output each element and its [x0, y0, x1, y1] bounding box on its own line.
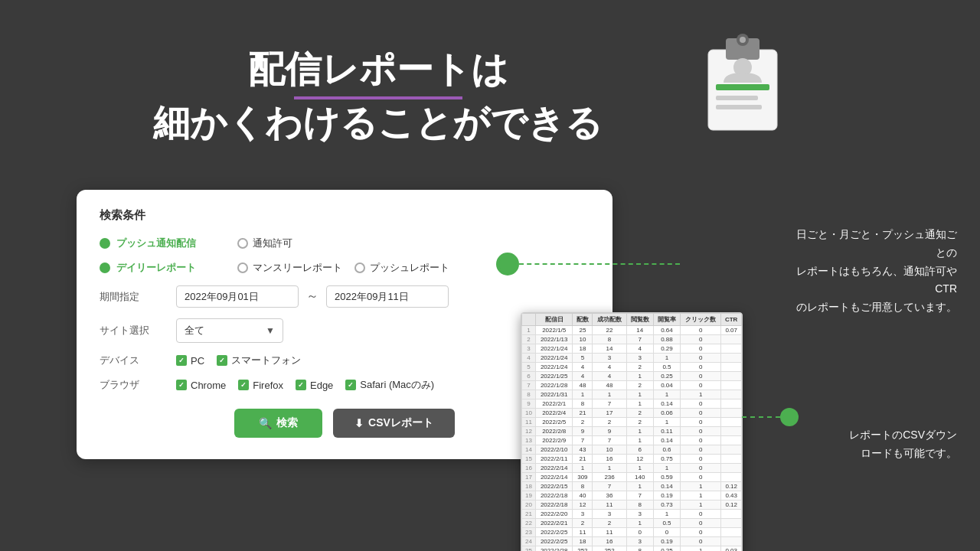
- table-cell: 0.75: [653, 455, 680, 464]
- radio-monthly-report[interactable]: マンスリーレポート: [237, 261, 342, 275]
- table-cell: 0: [653, 528, 680, 537]
- table-cell: 9: [573, 427, 593, 436]
- table-cell: 2022/2/4: [536, 409, 573, 418]
- table-row: 252022/2/2825225280.2510.03: [522, 546, 742, 552]
- table-cell: 5: [522, 363, 536, 372]
- table-row: 122022/2/89910.110: [522, 427, 742, 436]
- table-cell: 1: [653, 354, 680, 363]
- table-cell: [721, 363, 742, 372]
- table-cell: [721, 390, 742, 399]
- table-row: 202022/2/18121180.7310.12: [522, 500, 742, 510]
- table-cell: [721, 427, 742, 436]
- table-cell: 48: [593, 381, 626, 390]
- radio-push-report[interactable]: プッシュレポート: [354, 261, 449, 275]
- checkbox-smartphone[interactable]: スマートフォン: [217, 354, 301, 367]
- radio-notification-permission[interactable]: 通知許可: [237, 236, 292, 250]
- table-row: 82022/1/3111111: [522, 390, 742, 399]
- radio-dot-empty[interactable]: [237, 238, 248, 249]
- table-cell: 2022/2/5: [536, 418, 573, 427]
- checkbox-firefox[interactable]: Firefox: [238, 380, 283, 391]
- csv-button[interactable]: ⬇ CSVレポート: [333, 409, 455, 438]
- table-cell: 1: [681, 500, 721, 510]
- radio-push-selected[interactable]: [100, 238, 110, 249]
- table-cell: [721, 510, 742, 519]
- table-cell: 17: [593, 409, 626, 418]
- table-cell: 2: [626, 381, 653, 390]
- table-cell: 1: [593, 390, 626, 399]
- table-row: 22022/1/1310870.880: [522, 335, 742, 344]
- date-separator: ～: [306, 289, 318, 305]
- spreadsheet-header-row: 配信日 配数 成功配数 閲覧数 開覧率 クリック数 CTR: [522, 314, 742, 326]
- table-cell: 22: [593, 326, 626, 335]
- table-cell: 0: [681, 455, 721, 464]
- table-cell: 0: [681, 427, 721, 436]
- table-cell: 1: [681, 390, 721, 399]
- table-cell: 0: [681, 537, 721, 546]
- table-row: 72022/1/28484820.040: [522, 381, 742, 390]
- table-cell: 18: [522, 482, 536, 491]
- table-cell: [721, 436, 742, 445]
- date-to-input[interactable]: [326, 285, 449, 308]
- table-cell: 3: [626, 537, 653, 546]
- table-cell: 1: [626, 519, 653, 528]
- checkbox-smartphone-box[interactable]: [217, 355, 227, 366]
- table-cell: 2022/1/5: [536, 326, 573, 335]
- table-cell: 2: [522, 335, 536, 344]
- table-cell: 7: [522, 381, 536, 390]
- table-cell: 0.73: [653, 500, 680, 510]
- date-from-input[interactable]: [176, 285, 299, 308]
- checkbox-chrome[interactable]: Chrome: [176, 380, 226, 391]
- search-button[interactable]: 🔍 検索: [234, 409, 322, 438]
- spreadsheet-table: 配信日 配数 成功配数 閲覧数 開覧率 クリック数 CTR 12022/1/52…: [521, 313, 742, 551]
- dashed-line-horizontal: [519, 263, 680, 265]
- table-cell: [721, 455, 742, 464]
- checkbox-edge[interactable]: Edge: [296, 380, 333, 391]
- site-select-dropdown[interactable]: 全て ▼: [176, 318, 283, 343]
- table-cell: 0: [681, 372, 721, 381]
- table-cell: 2022/2/11: [536, 455, 573, 464]
- row-browser: ブラウザ Chrome Firefox Edge Safari (Macのみ): [100, 378, 590, 392]
- table-cell: 236: [593, 473, 626, 482]
- table-cell: 2: [626, 409, 653, 418]
- table-cell: 140: [626, 473, 653, 482]
- table-row: 32022/1/24181440.290: [522, 344, 742, 354]
- label-daily-report: デイリーレポート: [116, 261, 196, 275]
- clipboard-icon: [697, 31, 789, 138]
- radio-daily-selected[interactable]: [100, 262, 110, 273]
- table-cell: 2022/1/13: [536, 335, 573, 344]
- table-cell: 1: [573, 464, 593, 473]
- checkbox-safari[interactable]: Safari (Macのみ): [345, 378, 434, 392]
- table-cell: 0.19: [653, 491, 680, 500]
- table-cell: 0.43: [721, 491, 742, 500]
- table-cell: 1: [681, 546, 721, 552]
- table-cell: 21: [573, 409, 593, 418]
- table-cell: 1: [626, 436, 653, 445]
- radio-dot-push-report[interactable]: [354, 262, 365, 273]
- table-cell: 2: [626, 363, 653, 372]
- table-cell: [721, 464, 742, 473]
- table-cell: 0.25: [653, 546, 680, 552]
- table-cell: 2: [593, 418, 626, 427]
- table-cell: 4: [573, 372, 593, 381]
- table-cell: 0.14: [653, 482, 680, 491]
- table-cell: 0: [681, 418, 721, 427]
- table-cell: 2022/2/20: [536, 510, 573, 519]
- checkbox-firefox-box[interactable]: [238, 380, 249, 390]
- label-device: デバイス: [100, 354, 161, 367]
- table-cell: 309: [573, 473, 593, 482]
- table-cell: 16: [593, 455, 626, 464]
- table-row: 232022/2/251111000: [522, 528, 742, 537]
- table-cell: 7: [593, 482, 626, 491]
- table-cell: 6: [626, 445, 653, 455]
- checkbox-pc[interactable]: PC: [176, 355, 204, 367]
- table-cell: 4: [573, 363, 593, 372]
- table-cell: 1: [681, 482, 721, 491]
- title-area: 配信レポートは 細かくわけることができる: [153, 46, 603, 148]
- checkbox-chrome-box[interactable]: [176, 380, 187, 390]
- checkbox-safari-box[interactable]: [345, 380, 356, 390]
- radio-dot-monthly[interactable]: [237, 262, 248, 273]
- checkbox-edge-box[interactable]: [296, 380, 306, 390]
- table-cell: 15: [522, 455, 536, 464]
- table-cell: 2022/1/24: [536, 344, 573, 354]
- checkbox-pc-box[interactable]: [176, 355, 187, 366]
